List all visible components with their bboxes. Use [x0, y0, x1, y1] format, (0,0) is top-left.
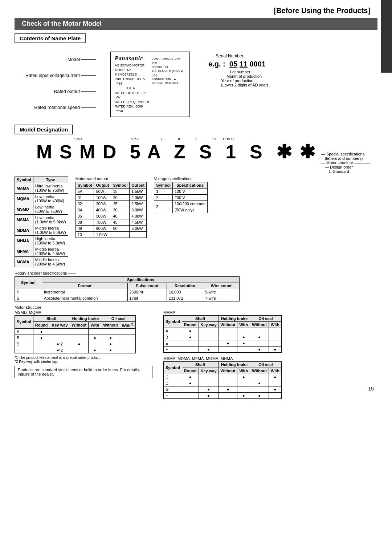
rotary-encoder-section: Rotary encoder specifications —— Symbol … — [0, 271, 392, 301]
table-row: MFMAMiddle inertia(400W to 4.5kW) — [15, 246, 68, 256]
nameplate-right: CONT. TORQUE 0.64 Nm RATING S1 INS. CLAS… — [151, 57, 186, 85]
table-row: F ● ● ● — [164, 346, 282, 352]
table-row: MDMAMiddle inertia(1.0kW to 5.0kW) — [15, 225, 68, 235]
rotary-encoder-table: Symbol Specifications Format Pulse count… — [15, 276, 240, 301]
table-row: T ●*2 ● ● — [15, 347, 136, 353]
symbol-type-table: Symbol Type MAMAUltra low inertia(100W t… — [15, 177, 68, 267]
arrow-line — [81, 107, 96, 108]
serial-number: e.g. : 05 11 0001 — [208, 60, 377, 68]
tables-area: Symbol Type MAMAUltra low inertia(100W t… — [0, 177, 392, 267]
table-row: P Incremental 2500P/r 10,000 5-wire — [15, 289, 240, 295]
serial-area: Serial Number e.g. : 05 11 0001 Lot numb… — [205, 46, 377, 117]
subsection2-title: Model Designation — [15, 125, 73, 134]
pos-11-12: 11 to 12 — [222, 137, 259, 141]
month-label: Month of production — [226, 74, 377, 78]
mama-structure: MAMA Symbol Shaft Holding brake Oil seal… — [163, 310, 282, 399]
table-row: 02200W252.5kW — [75, 200, 147, 207]
arrow-line — [81, 59, 96, 60]
note-2: *2 Key way with center tap. — [15, 360, 152, 364]
table-row: MAMAUltra low inertia(100W to 750W) — [15, 183, 68, 193]
table-row: MQMALow inertia(100W to 400W) — [15, 193, 68, 204]
table-row: 09900W505.0kW — [75, 225, 147, 231]
msmd-mqma-label: MSMD, MQMA — [15, 310, 152, 315]
sidebar-decoration — [381, 0, 392, 73]
page-number: 15 — [368, 386, 374, 392]
table-row: S Absolute/Incremental common 17bit 131,… — [15, 295, 240, 301]
nameplate-area: Model Rated input voltage/current Rated … — [0, 46, 392, 117]
mama-structure-table: Symbol Shaft Holding brake Oil seal Roun… — [163, 315, 282, 353]
products-note: Products are standard stock items or bui… — [15, 366, 152, 378]
table-row: 1100 V — [154, 188, 208, 194]
msmd-structure-table: Symbol Shaft Holding brake Oil seal Roun… — [15, 315, 136, 354]
table-row: 5A50W151.5kW — [75, 188, 147, 194]
table-row: C ● ● ● — [164, 374, 282, 380]
arrow-line — [81, 91, 96, 92]
table-row: 08750W454.5kW — [75, 219, 147, 225]
label-rated-speed: Rated rotational speed — [15, 105, 96, 110]
mama-label: MAMA — [163, 310, 282, 315]
pos-1-4: 1 to 4 — [39, 137, 117, 141]
table-row: G ● ● ● — [164, 386, 282, 392]
voltage-specs-area: Voltage specifications Symbol Specificat… — [154, 177, 208, 267]
table-row: 01100W202.0kW — [75, 194, 147, 200]
section-title: Check of the Motor Model — [15, 18, 377, 30]
msmd-mqma-structure: MSMD, MQMA Symbol Shaft Holding brake Oi… — [15, 310, 152, 399]
nameplate-labels: Model Rated input voltage/current Rated … — [15, 46, 96, 117]
col-symbol: Symbol — [15, 177, 33, 183]
year-label: Year of production — [221, 78, 377, 83]
nameplate-content: AC SERVO MOTOR MODEL No. MSMD5AZS1S INPU… — [115, 63, 151, 114]
subsection1-title: Contents of Name Plate — [15, 33, 86, 43]
table-row: B ● ● ● — [164, 334, 282, 340]
note-1: *1 The product with oil seal is a specia… — [15, 356, 152, 360]
motor-output-area: Motor rated output Symbol Output Symbol … — [75, 177, 147, 267]
table-row: 04400W303.0kW — [75, 207, 147, 213]
table-row: Z100/200 common — [154, 200, 208, 207]
pos-10: 10 — [205, 137, 222, 141]
msma-structure: MSMA, MDMA, MFMA, MGMA, MHMA Symbol Shaf… — [163, 356, 282, 399]
motor-output-label: Motor rated output — [75, 177, 147, 181]
table-row: B ● ● ● — [15, 335, 136, 341]
table-row: A ● — [164, 328, 282, 334]
pos-5-6: 5 to 6 — [117, 137, 153, 141]
pos-7: 7 — [153, 137, 170, 141]
table-row: MSMDLow inertia(50W to 750W) — [15, 204, 68, 214]
rotary-label: Rotary encoder specifications —— — [15, 271, 377, 275]
motor-output-table: Symbol Output Symbol Output 5A50W151.5kW… — [75, 182, 147, 238]
table-row: A ● — [15, 329, 136, 335]
label-model: Model — [15, 57, 96, 62]
motor-structure-section: Motor structure MSMD, MQMA Symbol Shaft … — [0, 305, 392, 399]
voltage-table: Symbol Specifications 1100 V 2200 V Z100… — [154, 182, 208, 213]
table-row: MSMALow inertia(1.0kW to 5.0kW) — [15, 214, 68, 225]
pos-9: 9 — [188, 137, 205, 141]
symbol-type-tbl: Symbol Type MAMAUltra low inertia(100W t… — [15, 177, 68, 267]
label-rated-output: Rated output — [15, 89, 96, 94]
table-row: MHMAHigh inertia(500W to 5.0kW) — [15, 235, 68, 246]
model-designation-area: 1 to 4 5 to 6 7 8 9 10 11 to 12 M S M D … — [0, 137, 392, 174]
table-row: 101.0kW — [75, 231, 147, 238]
label-rated-input: Rated input voltage/current — [15, 73, 96, 78]
table-row: D ● ● — [164, 380, 282, 386]
pos-8: 8 — [170, 137, 188, 141]
msma-structure-table: Symbol Shaft Holding brake Oil seal Roun… — [163, 361, 282, 399]
table-row: S ●*2 ● ● — [15, 341, 136, 347]
structure-tables: MSMD, MQMA Symbol Shaft Holding brake Oi… — [15, 310, 377, 399]
motor-structure-label: Motor structure — [15, 305, 377, 309]
col-type: Type — [33, 177, 68, 183]
nameplate-box: Panasonic AC SERVO MOTOR MODEL No. MSMD5… — [110, 52, 190, 117]
msma-label: MSMA, MDMA, MFMA, MGMA, MHMA — [163, 356, 282, 361]
table-row: MGMAMiddle inertia(900W to 4.5kW) — [15, 256, 68, 267]
year-note: (Lower 2 digits of AD year) — [221, 83, 377, 87]
panasonic-logo: Panasonic — [115, 55, 151, 62]
table-row: 05500W404.0kW — [75, 213, 147, 219]
table-row: H ● ● ● — [164, 392, 282, 398]
table-row: E ● ● — [164, 340, 282, 346]
page-header: [Before Using the Products] — [0, 0, 392, 18]
table-row: 2200 V — [154, 194, 208, 200]
header-title: [Before Using the Products] — [274, 7, 370, 15]
notes-left: *1 The product with oil seal is a specia… — [15, 356, 152, 364]
serial-label: Serial Number — [216, 53, 377, 58]
arrow-line — [81, 75, 96, 76]
voltage-label: Voltage specifications — [154, 177, 208, 181]
lot-number-label: Lot number — [230, 70, 377, 74]
